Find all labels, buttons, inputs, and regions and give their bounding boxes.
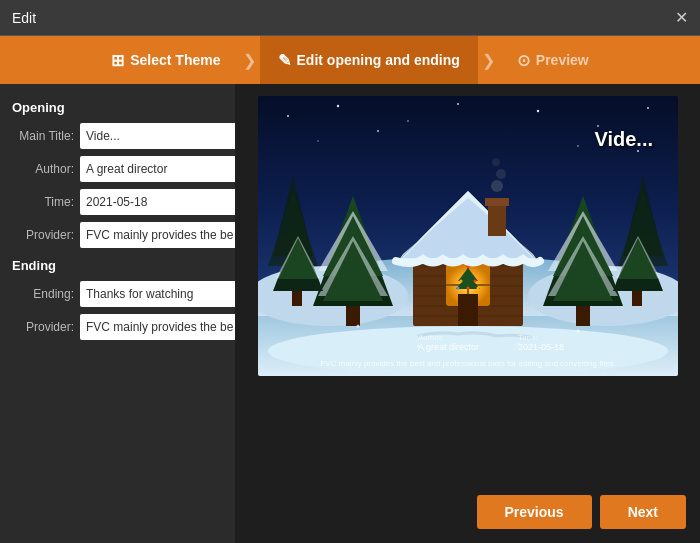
- author-label: Author:: [12, 162, 80, 176]
- main-area: Opening Main Title: Author: Time: Provid…: [0, 84, 700, 543]
- svg-point-55: [496, 169, 506, 179]
- preview-icon: ⊙: [517, 51, 530, 70]
- svg-point-9: [377, 130, 379, 132]
- bottom-nav: Previous Next: [477, 495, 687, 529]
- previous-button[interactable]: Previous: [477, 495, 592, 529]
- step-separator-1: ❯: [239, 51, 260, 70]
- svg-text:FVC mainly provides the best a: FVC mainly provides the best and profess…: [320, 359, 615, 368]
- svg-point-6: [597, 125, 599, 127]
- ending-section-label: Ending: [12, 258, 223, 273]
- main-title-label: Main Title:: [12, 129, 80, 143]
- ending-label: Ending:: [12, 287, 80, 301]
- next-button[interactable]: Next: [600, 495, 686, 529]
- svg-rect-33: [576, 306, 590, 326]
- svg-point-66: [466, 287, 469, 290]
- title-bar: Edit ✕: [0, 0, 700, 36]
- time-row: Time:: [12, 189, 223, 215]
- ending-provider-input[interactable]: [80, 314, 235, 340]
- svg-text:Author:: Author:: [418, 333, 444, 342]
- author-row: Author:: [12, 156, 223, 182]
- preview-container: Vide... Author: A great director Time: 2…: [258, 96, 678, 376]
- provider-input[interactable]: [80, 222, 235, 248]
- svg-rect-37: [292, 291, 302, 306]
- ending-row: Ending:: [12, 281, 223, 307]
- svg-rect-41: [632, 291, 642, 306]
- svg-point-4: [457, 103, 459, 105]
- svg-point-54: [491, 180, 503, 192]
- svg-point-70: [356, 325, 359, 328]
- left-panel: Opening Main Title: Author: Time: Provid…: [0, 84, 235, 543]
- step-separator-2: ❯: [478, 51, 499, 70]
- svg-text:A great director: A great director: [418, 342, 479, 352]
- provider-row: Provider:: [12, 222, 223, 248]
- edit-icon: ✎: [278, 51, 291, 70]
- svg-point-71: [576, 330, 579, 333]
- right-panel: Vide... Author: A great director Time: 2…: [235, 84, 700, 543]
- main-title-row: Main Title:: [12, 123, 223, 149]
- svg-rect-27: [346, 306, 360, 326]
- time-input[interactable]: [80, 189, 235, 215]
- svg-text:2021-05-18: 2021-05-18: [518, 342, 564, 352]
- svg-point-3: [407, 120, 409, 122]
- svg-point-7: [647, 107, 649, 109]
- close-button[interactable]: ✕: [675, 10, 688, 26]
- provider-label: Provider:: [12, 228, 80, 242]
- svg-point-8: [317, 140, 318, 141]
- svg-rect-53: [485, 198, 509, 206]
- svg-point-1: [287, 115, 289, 117]
- step-preview[interactable]: ⊙ Preview: [499, 36, 607, 84]
- step-select-theme-label: Select Theme: [130, 52, 220, 68]
- time-label: Time:: [12, 195, 80, 209]
- ending-provider-label: Provider:: [12, 320, 80, 334]
- opening-section-label: Opening: [12, 100, 223, 115]
- svg-rect-52: [488, 201, 506, 236]
- author-input[interactable]: [80, 156, 235, 182]
- step-preview-label: Preview: [536, 52, 589, 68]
- theme-icon: ⊞: [111, 51, 124, 70]
- svg-text:Vide...: Vide...: [594, 128, 653, 150]
- svg-point-5: [536, 110, 538, 112]
- svg-point-11: [637, 150, 639, 152]
- svg-point-63: [459, 280, 462, 283]
- svg-point-10: [577, 145, 579, 147]
- main-title-input[interactable]: [80, 123, 235, 149]
- step-edit-label: Edit opening and ending: [297, 52, 460, 68]
- svg-point-56: [492, 158, 500, 166]
- ending-provider-row: Provider:: [12, 314, 223, 340]
- svg-point-65: [456, 287, 459, 290]
- step-toolbar: ⊞ Select Theme ❯ ✎ Edit opening and endi…: [0, 36, 700, 84]
- ending-input[interactable]: [80, 281, 235, 307]
- step-edit-opening[interactable]: ✎ Edit opening and ending: [260, 36, 478, 84]
- step-select-theme[interactable]: ⊞ Select Theme: [93, 36, 238, 84]
- svg-text:Time:: Time:: [518, 333, 538, 342]
- dialog-title: Edit: [12, 10, 36, 26]
- svg-rect-68: [458, 294, 478, 326]
- svg-point-67: [476, 287, 479, 290]
- svg-point-2: [336, 105, 338, 107]
- preview-scene: Vide... Author: A great director Time: 2…: [258, 96, 678, 376]
- svg-point-64: [473, 280, 476, 283]
